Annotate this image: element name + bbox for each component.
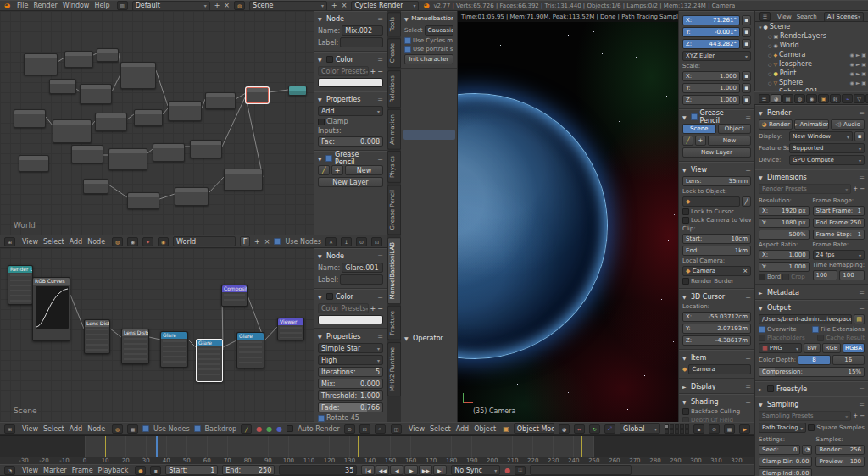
selectability-icon[interactable]: ► — [856, 80, 860, 86]
comp-scene-icon[interactable]: ◍ — [112, 424, 123, 434]
gp-new-button[interactable]: New — [345, 165, 383, 175]
res-y-field[interactable]: Y:1080 px — [759, 218, 810, 228]
disclosure-icon[interactable]: ○ — [768, 62, 771, 67]
timeline-menu[interactable]: Playback — [96, 467, 131, 474]
preset-remove-button[interactable]: − — [860, 412, 865, 419]
output-path-field[interactable]: /Users/brent-admin....ivespace render 3 — [759, 314, 852, 324]
outliner-row-world[interactable]: ○◉World — [755, 41, 868, 50]
current-frame-indicator[interactable] — [156, 436, 158, 457]
bw-button[interactable]: BW — [804, 343, 821, 353]
keying-set-field[interactable] — [530, 465, 632, 475]
visibility-eye-icon[interactable]: ◉ — [849, 61, 854, 67]
freestyle-checkbox[interactable] — [767, 385, 774, 392]
lock-icon[interactable]: ▪ — [150, 466, 161, 475]
render-opengl-icon[interactable]: ▦ — [724, 424, 735, 434]
shader-node[interactable] — [49, 79, 76, 94]
blend-mode-dropdown[interactable]: Add▾ — [318, 106, 383, 116]
timeline-menu[interactable]: Marker — [41, 467, 70, 474]
screen-layout-icon[interactable]: ▥ — [117, 1, 128, 10]
data-tab-icon[interactable]: ▽ — [854, 94, 865, 103]
compositor-node-rgb-curves[interactable]: RGB Curves — [32, 277, 70, 341]
output-panel-header[interactable]: ▼Output= — [759, 302, 865, 313]
compositor-menu[interactable]: View — [19, 425, 41, 433]
editor-type-icon[interactable]: ◫ — [391, 424, 402, 434]
freestyle-panel-header[interactable]: ►Freestyle= — [759, 384, 865, 394]
gp-draw-icon[interactable]: ╱ — [682, 136, 693, 146]
sync-dropdown[interactable]: No Sync▾ — [451, 465, 500, 475]
fake-user-button[interactable]: F — [240, 236, 250, 246]
disclosure-icon[interactable]: ○ — [768, 34, 771, 39]
gp-add-button[interactable]: + — [695, 136, 706, 146]
channel-green-icon[interactable]: ● — [266, 425, 272, 433]
crop-checkbox[interactable] — [782, 274, 789, 280]
compositor-node-viewer[interactable]: Viewer — [277, 318, 304, 340]
shader-node[interactable] — [97, 48, 119, 62]
iterations-slider[interactable]: Iterations:5 — [318, 367, 383, 377]
shader-node[interactable] — [71, 145, 103, 163]
snap-target-icon[interactable]: ⊡ — [371, 237, 382, 246]
transport-button[interactable]: ▶| — [433, 465, 447, 475]
layout-selector[interactable]: Default▾ — [132, 1, 210, 11]
timeline-marker[interactable] — [581, 436, 582, 457]
shader-node[interactable] — [190, 140, 222, 158]
scene-delete-button[interactable]: × — [342, 2, 348, 9]
render-panel-header[interactable]: ▼Render= — [759, 108, 865, 118]
shader-node[interactable] — [108, 148, 147, 170]
outliner-item-label[interactable]: Scene — [770, 23, 790, 30]
comp-texture-icon[interactable]: ▦ — [127, 424, 138, 434]
topbar-menu[interactable]: File — [14, 2, 31, 9]
shader-node[interactable] — [24, 53, 58, 75]
transport-button[interactable]: ◀◀ — [376, 465, 389, 475]
shader-node[interactable] — [205, 92, 236, 109]
pin-icon[interactable]: ✕ — [326, 237, 337, 246]
rot-x-field[interactable]: X:71.261° — [682, 15, 740, 25]
blender-logo-icon[interactable]: ◕ — [4, 2, 10, 9]
end-frame-field[interactable]: End Frame:250 — [813, 218, 865, 228]
outliner-menu[interactable]: View — [775, 14, 794, 20]
topbar-menu[interactable]: Help — [92, 2, 112, 9]
device-dropdown[interactable]: GPU Compute▾ — [789, 155, 865, 165]
animation-button[interactable]: ▶ Animation — [794, 119, 828, 130]
clip-end-field[interactable]: End:1km — [682, 246, 751, 256]
selectability-icon[interactable]: ► — [856, 52, 860, 58]
lock-camera-checkbox[interactable] — [682, 217, 689, 224]
local-camera-field[interactable]: ◆ Camera× — [682, 266, 751, 276]
shader-node[interactable] — [127, 192, 159, 209]
threshold-slider[interactable]: Threshold:1.000 — [318, 390, 383, 401]
gp-checkbox[interactable] — [326, 155, 332, 162]
depth-16-button[interactable]: 16 — [832, 355, 865, 365]
tool-tab-manuelbastionilab[interactable]: ManuelBastioniLAB — [387, 237, 401, 304]
preset-remove-button[interactable]: − — [860, 185, 865, 192]
cursor-y-field[interactable]: Y:2.07193m — [682, 324, 751, 334]
world-unlink-button[interactable]: × — [264, 238, 270, 246]
render-button[interactable]: ◕ Render — [759, 119, 793, 130]
world-node-editor[interactable]: World — [0, 11, 314, 235]
world-editor-menu[interactable]: View — [19, 238, 41, 246]
topbar-menu[interactable]: Render — [31, 2, 59, 9]
current-frame-field[interactable]: 35 — [279, 465, 357, 475]
keying-set-icon[interactable]: ⚿ — [515, 466, 526, 475]
world-tab-icon[interactable]: ◉ — [806, 94, 817, 103]
viewport-shading-icon[interactable]: ◕ — [559, 424, 570, 434]
transport-button[interactable]: ◀ — [390, 465, 403, 475]
manipulator-translate-icon[interactable]: ↔ — [574, 424, 585, 434]
outliner-item-label[interactable]: Icosphere — [779, 60, 812, 68]
layout-add-button[interactable]: + — [214, 2, 220, 9]
lock-icon[interactable]: ▪ — [742, 15, 751, 25]
rot-y-field[interactable]: Y:-0.001° — [682, 27, 740, 37]
border-checkbox[interactable] — [759, 274, 765, 280]
editor-type-icon[interactable]: ⊞ — [4, 237, 15, 246]
outliner-row-scene[interactable]: ▾●Scene — [755, 22, 868, 31]
topbar-menu[interactable]: Window — [60, 2, 92, 9]
render-tab-icon[interactable]: ◕ — [771, 94, 782, 103]
backface-checkbox[interactable] — [682, 408, 689, 415]
scene-selector[interactable]: Scene▾ — [249, 1, 327, 11]
shader-type-object-icon[interactable]: ◍ — [112, 237, 123, 246]
tool-tab-create[interactable]: Create — [387, 38, 401, 68]
clip-start-field[interactable]: Start:10cm — [682, 234, 751, 244]
scene-tab-icon[interactable]: ◍ — [794, 94, 805, 103]
item-panel-header[interactable]: ▼Item= — [682, 352, 751, 363]
outliner-menu[interactable]: Search — [794, 14, 820, 20]
editor-type-icon[interactable]: ⊞ — [4, 424, 15, 434]
shader-node[interactable] — [19, 155, 49, 172]
